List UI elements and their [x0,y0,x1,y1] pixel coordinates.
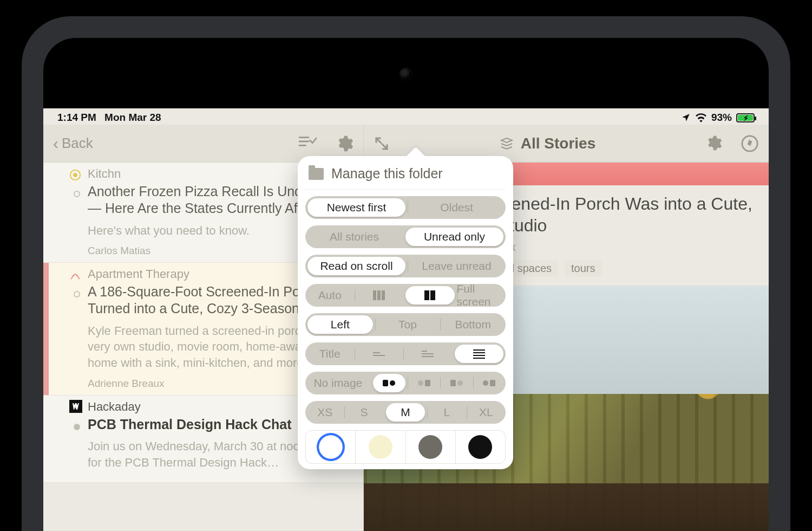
seg-thumbnail: No image [305,372,506,394]
opt-img-right[interactable] [473,372,506,394]
opt-pos-bottom[interactable]: Bottom [440,313,506,336]
opt-size-m[interactable]: M [386,403,425,422]
seg-size: XS S M L XL [305,401,506,424]
opt-density-title[interactable]: Title [305,342,355,365]
two-col-icon [424,290,435,300]
feed-icon-hackaday [69,400,81,412]
status-date: Mon Mar 28 [104,112,161,123]
opt-pos-left[interactable]: Left [307,315,373,334]
opt-leave-unread[interactable]: Leave unread [408,255,506,277]
img-centera-icon [418,380,430,386]
opt-read-on-scroll[interactable]: Read on scroll [307,257,405,275]
page-title: All Stories [390,135,705,152]
opt-density-mid[interactable] [403,342,453,365]
opt-img-left[interactable] [373,374,405,392]
seg-position: Left Top Bottom [305,313,506,336]
battery-percent: 93% [711,112,732,124]
opt-img-center-b[interactable] [440,372,473,394]
svg-point-1 [73,173,77,177]
feed-icon-apartment-therapy [69,269,81,281]
opt-layout-full[interactable]: Full screen [457,284,506,307]
opt-newest-first[interactable]: Newest first [307,198,405,217]
battery-icon: ⚡︎ [736,113,755,122]
opt-unread-only[interactable]: Unread only [405,228,503,246]
unread-dot [74,191,80,197]
screen: 1:14 PM Mon Mar 28 93% ⚡︎ ••• [43,108,769,531]
opt-no-image[interactable]: No image [305,372,371,394]
feed-icon-kitchn [69,169,81,181]
folder-settings-popover: Manage this folder Newest first Oldest A… [298,156,513,469]
opt-layout-two-col[interactable] [405,286,455,305]
back-button[interactable]: ‹ Back [53,134,93,153]
gear-icon[interactable] [705,134,722,153]
compass-icon[interactable] [741,134,759,153]
expand-icon[interactable] [374,135,390,152]
status-time: 1:14 PM [57,112,96,123]
seg-filter: All stories Unread only [305,225,506,248]
device-bezel: 1:14 PM Mon Mar 28 93% ⚡︎ ••• [43,38,769,531]
img-right-icon [483,380,495,386]
wifi-icon [695,113,707,122]
tag[interactable]: tours [565,260,601,277]
popover-title: Manage this folder [331,166,443,182]
opt-size-xl[interactable]: XL [467,401,506,424]
theme-sepia[interactable] [355,431,405,463]
theme-gray[interactable] [405,431,455,463]
theme-black[interactable] [455,431,505,463]
lines-mid-icon [422,351,434,357]
opt-density-dense[interactable] [455,345,504,363]
theme-white[interactable] [306,431,355,463]
seg-theme [305,430,506,464]
opt-layout-three-col[interactable] [355,284,404,307]
feeds-icon [499,137,515,150]
opt-all-stories[interactable]: All stories [305,225,403,248]
three-col-icon [373,290,385,300]
chevron-left-icon: ‹ [53,134,58,153]
popover-header: Manage this folder [305,164,506,190]
opt-pos-top[interactable]: Top [375,313,441,336]
front-camera [400,68,412,81]
device-frame: 1:14 PM Mon Mar 28 93% ⚡︎ ••• [22,16,790,531]
back-label: Back [62,135,93,152]
opt-size-s[interactable]: S [344,401,383,424]
img-left-icon [383,380,395,386]
opt-density-sparse[interactable] [355,342,404,365]
img-centerb-icon [450,380,463,386]
location-icon [681,113,691,122]
gear-icon[interactable] [335,134,353,153]
opt-layout-auto[interactable]: Auto [305,284,355,307]
status-bar: 1:14 PM Mon Mar 28 93% ⚡︎ [43,108,769,125]
opt-size-l[interactable]: L [427,401,466,424]
lines-sparse-icon [373,352,385,356]
opt-oldest[interactable]: Oldest [408,196,506,219]
seg-density: Title [305,342,506,365]
folder-icon [309,168,324,180]
mark-all-read-icon[interactable] [298,134,317,153]
unread-dot [74,291,80,297]
opt-img-center-a[interactable] [408,372,440,394]
opt-size-xs[interactable]: XS [305,401,344,424]
seg-layout: Auto Full screen [305,284,506,307]
unread-dot [74,424,80,430]
seg-mark: Read on scroll Leave unread [305,255,506,277]
seg-sort: Newest first Oldest [305,196,506,219]
lines-dense-icon [473,349,485,359]
content-area: ‹ Back [43,125,769,531]
